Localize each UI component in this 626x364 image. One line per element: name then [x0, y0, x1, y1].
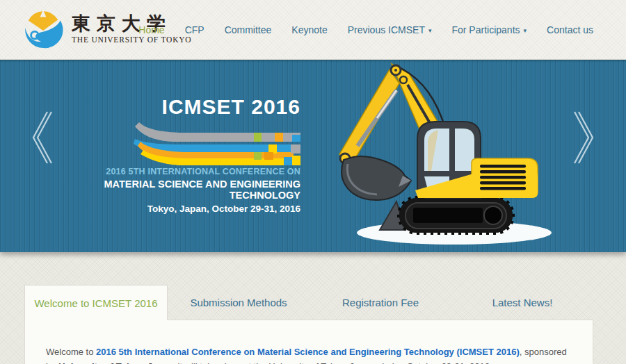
- conference-link[interactable]: 2016 5th International Conference on Mat…: [96, 347, 520, 357]
- utokyo-ginkgo-icon: [23, 9, 63, 49]
- nav-for-participants[interactable]: For Participants ▾: [451, 24, 527, 35]
- main-navigation: Home CFP Committee Keynote Previous ICMS…: [138, 0, 593, 60]
- chevron-down-icon: ▾: [428, 26, 432, 34]
- nav-keynote[interactable]: Keynote: [291, 24, 327, 35]
- nav-previous-icmset[interactable]: Previous ICMSET ▾: [348, 24, 432, 35]
- nav-previous-icmset-label: Previous ICMSET: [348, 24, 425, 35]
- content-tabs: Welcome to ICMSET 2016 Submission Method…: [24, 285, 593, 320]
- carousel-next-button[interactable]: [570, 110, 598, 165]
- tab-latest-news-label: Latest News!: [492, 297, 553, 308]
- tab-registration-fee[interactable]: Registration Fee: [310, 285, 451, 320]
- nav-cfp-label: CFP: [185, 24, 204, 35]
- nav-committee[interactable]: Committee: [225, 24, 272, 35]
- chevron-right-icon: [570, 110, 598, 165]
- welcome-paragraph: Welcome to 2016 5th International Confer…: [46, 345, 572, 364]
- nav-for-participants-label: For Participants: [451, 24, 520, 35]
- hero-location-date: Tokyo, Japan, October 29-31, 2016: [36, 204, 300, 214]
- hero-title: ICMSET 2016: [36, 97, 300, 117]
- nav-cfp[interactable]: CFP: [185, 24, 204, 35]
- tab-submission-methods-label: Submission Methods: [190, 297, 287, 308]
- welcome-text-emphasis: University of Tokyo, Japan,: [58, 361, 175, 364]
- welcome-text-prefix: Welcome to: [46, 347, 96, 357]
- welcome-text-rest: it will take place at the University of …: [175, 361, 492, 364]
- excavator-illustration-icon: [327, 61, 556, 245]
- nav-committee-label: Committee: [225, 24, 272, 35]
- nav-home-label: Home: [138, 24, 164, 35]
- nav-home[interactable]: Home: [138, 24, 164, 35]
- chevron-down-icon: ▾: [524, 26, 527, 34]
- site-header: 東京大学 THE UNIVERSITY OF TOKYO Home CFP Co…: [0, 0, 626, 60]
- tab-registration-fee-label: Registration Fee: [342, 297, 419, 308]
- tab-latest-news[interactable]: Latest News!: [451, 285, 593, 320]
- hero-conference-line2: MATERIAL SCIENCE AND ENGINEERING TECHNOL…: [36, 179, 300, 201]
- hero-carousel: ICMSET 2016 2016 5TH INTERNATIONAL CONFE…: [0, 60, 626, 252]
- ribbons-graphic: [132, 121, 300, 165]
- tab-submission-methods[interactable]: Submission Methods: [168, 285, 310, 320]
- nav-contact-us[interactable]: Contact us: [547, 24, 593, 35]
- tab-welcome[interactable]: Welcome to ICMSET 2016: [24, 285, 168, 320]
- hero-text-block: ICMSET 2016 2016 5TH INTERNATIONAL CONFE…: [36, 97, 300, 214]
- nav-keynote-label: Keynote: [291, 24, 327, 35]
- welcome-content-panel: Welcome to 2016 5th International Confer…: [24, 320, 593, 364]
- hero-conference-line1: 2016 5TH INTERNATIONAL CONFERENCE ON: [36, 167, 300, 176]
- nav-contact-us-label: Contact us: [547, 24, 593, 35]
- tab-welcome-label: Welcome to ICMSET 2016: [34, 297, 157, 309]
